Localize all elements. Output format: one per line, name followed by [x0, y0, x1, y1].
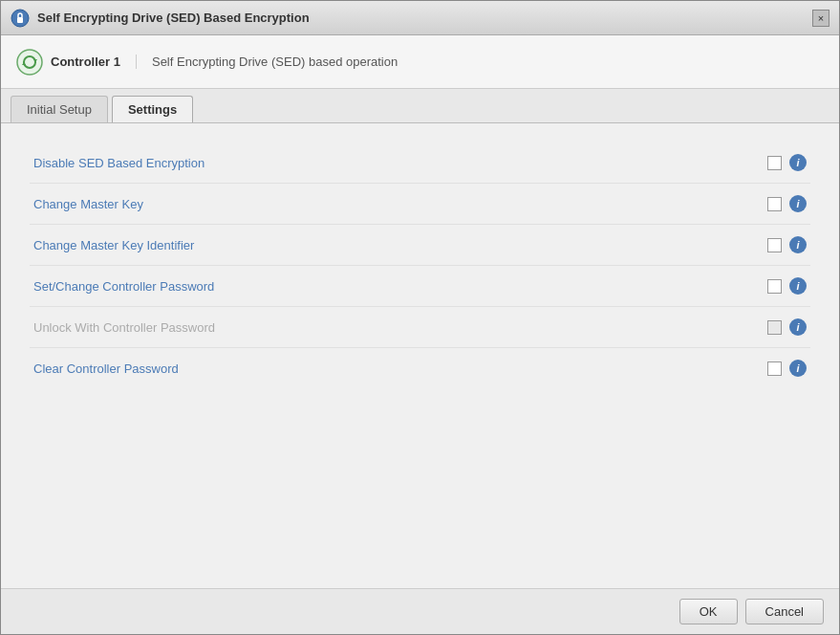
ok-button[interactable]: OK [679, 599, 738, 624]
setting-controls-clear-controller-pwd: i [767, 360, 807, 377]
setting-controls-unlock-controller-pwd: i [767, 318, 807, 336]
controller-description: Self Encrypting Drive (SED) based operat… [152, 55, 398, 69]
setting-label-disable-sed: Disable SED Based Encryption [33, 156, 767, 170]
settings-list: Disable SED Based Encryption i Change Ma… [30, 142, 810, 388]
dialog-title: Self Encrypting Drive (SED) Based Encryp… [37, 11, 310, 25]
footer: OK Cancel [1, 588, 839, 634]
setting-checkbox-change-master-key-id[interactable] [767, 238, 782, 252]
setting-row-disable-sed: Disable SED Based Encryption i [30, 142, 810, 184]
controller-icon [16, 49, 43, 76]
setting-row-clear-controller-pwd: Clear Controller Password i [30, 348, 810, 388]
setting-controls-disable-sed: i [767, 154, 807, 171]
title-bar-left: Self Encrypting Drive (SED) Based Encryp… [11, 9, 310, 28]
tab-settings[interactable]: Settings [112, 96, 193, 122]
setting-checkbox-set-change-controller-pwd[interactable] [767, 279, 782, 294]
controller-name: Controller 1 [51, 55, 137, 69]
setting-checkbox-change-master-key[interactable] [767, 197, 782, 211]
dialog: Self Encrypting Drive (SED) Based Encryp… [0, 0, 840, 635]
setting-controls-change-master-key-id: i [767, 236, 807, 253]
setting-row-change-master-key: Change Master Key i [30, 184, 810, 225]
tabs-bar: Initial Setup Settings [1, 89, 839, 123]
info-icon-unlock-controller-pwd[interactable]: i [789, 318, 807, 336]
svg-rect-1 [17, 17, 23, 23]
settings-content: Disable SED Based Encryption i Change Ma… [1, 123, 839, 588]
setting-label-unlock-controller-pwd: Unlock With Controller Password [33, 320, 767, 335]
setting-label-clear-controller-pwd: Clear Controller Password [33, 361, 767, 376]
setting-controls-set-change-controller-pwd: i [767, 277, 807, 295]
setting-row-unlock-controller-pwd: Unlock With Controller Password i [30, 307, 810, 348]
setting-checkbox-disable-sed[interactable] [767, 156, 782, 170]
info-icon-change-master-key-id[interactable]: i [789, 236, 807, 253]
sed-icon [11, 9, 30, 28]
setting-checkbox-clear-controller-pwd[interactable] [767, 361, 782, 376]
setting-label-change-master-key: Change Master Key [33, 197, 767, 211]
title-bar: Self Encrypting Drive (SED) Based Encryp… [1, 1, 839, 35]
setting-label-change-master-key-id: Change Master Key Identifier [33, 238, 767, 252]
svg-point-2 [17, 50, 42, 75]
cancel-button[interactable]: Cancel [745, 599, 824, 624]
controller-bar: Controller 1 Self Encrypting Drive (SED)… [1, 35, 839, 89]
setting-row-change-master-key-id: Change Master Key Identifier i [30, 225, 810, 266]
setting-label-set-change-controller-pwd: Set/Change Controller Password [33, 279, 767, 294]
info-icon-set-change-controller-pwd[interactable]: i [789, 277, 807, 295]
setting-row-set-change-controller-pwd: Set/Change Controller Password i [30, 266, 810, 307]
setting-checkbox-unlock-controller-pwd[interactable] [767, 320, 782, 335]
setting-controls-change-master-key: i [767, 195, 807, 212]
info-icon-disable-sed[interactable]: i [789, 154, 807, 171]
tab-initial-setup[interactable]: Initial Setup [11, 96, 108, 122]
info-icon-change-master-key[interactable]: i [789, 195, 807, 212]
close-button[interactable]: × [812, 10, 829, 27]
info-icon-clear-controller-pwd[interactable]: i [789, 360, 807, 377]
